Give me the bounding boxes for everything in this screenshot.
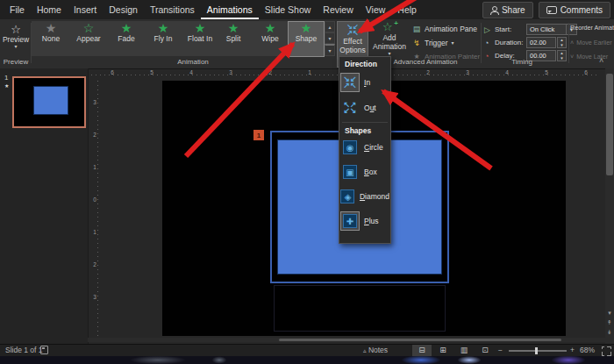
menu-item-box[interactable]: ▣ Box [340, 162, 389, 182]
fly-in-star-icon: ★ [158, 22, 169, 35]
chevron-up-icon: ˄ [570, 39, 574, 46]
slide-thumbnail-number: 1 [4, 74, 8, 82]
menu-tab-help[interactable]: Help [391, 1, 423, 19]
menu-tab-view[interactable]: View [360, 1, 392, 19]
zoom-slider-thumb[interactable] [535, 347, 538, 354]
animation-group-label: Animation [105, 58, 281, 66]
zoom-in-button[interactable]: + [570, 346, 575, 354]
start-setting: ▷ Start: On Click ▼ [484, 24, 577, 35]
effect-label: Split [226, 35, 241, 44]
outline-rectangle-shape[interactable] [274, 285, 446, 332]
direction-header: Direction [345, 60, 377, 68]
gallery-more-icon[interactable]: ▾ [325, 44, 335, 56]
shape-star-icon: ★ [301, 22, 312, 35]
ruler-number: 3 [464, 69, 471, 75]
menu-tab-design[interactable]: Design [103, 1, 144, 19]
slide-thumbnail[interactable] [12, 76, 86, 128]
menu-item-in[interactable]: ↘↙↗↖ In [340, 73, 389, 92]
appear-star-icon: ☆ [83, 22, 95, 35]
menu-item-plus[interactable]: ✚ Plus [340, 211, 389, 231]
menu-tab-insert[interactable]: Insert [68, 1, 103, 19]
menu-tab-home[interactable]: Home [31, 1, 68, 19]
normal-view-icon: ⊟ [418, 346, 425, 354]
gallery-scroll-down-icon[interactable]: ▾ [325, 32, 335, 44]
next-slide-button[interactable]: ↡ [605, 329, 614, 336]
split-star-icon: ★ [228, 22, 239, 35]
menu-item-out[interactable]: ↖↗↙↘ Out [340, 98, 389, 118]
ruler-number: 1 [306, 69, 313, 75]
trigger-button[interactable]: ↯ Trigger ▾ [412, 39, 454, 47]
fade-star-icon: ★ [121, 22, 132, 35]
zoom-out-button[interactable]: − [498, 346, 503, 354]
menu-tab-file[interactable]: File [4, 1, 31, 19]
ruler-number: 3 [227, 69, 234, 75]
animation-effect-float-in[interactable]: ★ Float In [182, 22, 218, 56]
zoom-slider[interactable] [509, 350, 567, 352]
zoom-level[interactable]: 68% [580, 346, 595, 354]
comments-button[interactable]: Comments [539, 2, 610, 18]
menu-item-label: Diamond [360, 192, 389, 201]
arrows-in-icon: ↘↙↗↖ [346, 25, 358, 36]
spin-down-icon[interactable]: ▼ [558, 43, 566, 48]
ruler-number: 5 [543, 69, 550, 75]
ruler-number: 6 [109, 69, 116, 75]
animation-effect-none[interactable]: ★ None [33, 22, 68, 56]
reading-view-button[interactable]: ▥ [454, 345, 474, 356]
add-animation-label: Add Animation [370, 34, 409, 52]
horizontal-scrollbar-thumb[interactable] [279, 339, 561, 341]
notes-button[interactable]: ▵ Notes [363, 346, 388, 354]
animation-effect-fly-in[interactable]: ★ Fly In [146, 22, 181, 56]
menu-tab-review[interactable]: Review [317, 1, 359, 19]
share-button[interactable]: Share [482, 2, 533, 18]
share-person-icon [490, 6, 498, 14]
slideshow-icon: ⊡ [482, 346, 489, 354]
preview-button[interactable]: ☆ Preview ▾ [1, 23, 31, 49]
animation-effect-fade[interactable]: ★ Fade [109, 22, 144, 56]
animation-pane-button[interactable]: ▤ Animation Pane [412, 25, 477, 33]
ruler-number: 2 [267, 69, 274, 75]
menu-tab-slideshow[interactable]: Slide Show [259, 1, 318, 19]
previous-slide-button[interactable]: ↟ [605, 319, 614, 326]
animation-indicator-star-icon[interactable]: ★ [4, 82, 9, 89]
notes-icon: ▵ [363, 347, 367, 353]
menu-bar: File Home Insert Design Transitions Anim… [4, 0, 423, 19]
gallery-scroll-up-icon[interactable]: ▴ [325, 21, 335, 32]
box-shape-icon: ▣ [340, 162, 360, 182]
menu-item-diamond[interactable]: ◈ Diamond [340, 187, 389, 206]
preview-star-icon: ☆ [11, 23, 21, 36]
collapse-ribbon-icon[interactable]: ˄ [599, 56, 603, 65]
menu-tab-transitions[interactable]: Transitions [144, 1, 201, 19]
menu-item-circle[interactable]: ◉ Circle [340, 138, 389, 157]
slide-sorter-button[interactable]: ⊞ [433, 345, 453, 356]
duration-stepper[interactable]: ▲▼ [557, 37, 567, 48]
menu-tab-animations[interactable]: Animations [201, 1, 259, 19]
duration-value: 02.00 [527, 39, 549, 46]
animation-pane-label: Animation Pane [425, 25, 477, 33]
animation-number-badge[interactable]: 1 [253, 130, 264, 140]
normal-view-button[interactable]: ⊟ [412, 345, 432, 356]
animation-effect-wipe[interactable]: ★ Wipe [253, 22, 288, 56]
menu-separator [342, 122, 388, 123]
windows-taskbar[interactable] [0, 356, 614, 364]
animation-effect-appear[interactable]: ☆ Appear [71, 22, 106, 56]
display-settings-icon[interactable] [40, 346, 48, 354]
ruler-number: 6 [582, 69, 589, 75]
effect-label: Float In [188, 35, 212, 44]
preview-group-label: Preview [1, 58, 31, 66]
trigger-lightning-icon: ↯ [412, 39, 421, 47]
vertical-scrollbar-thumb[interactable] [606, 74, 613, 175]
animation-effect-shape[interactable]: ★ Shape [289, 22, 324, 56]
chevron-down-icon: ▾ [14, 45, 17, 49]
animation-pane-icon: ▤ [412, 25, 421, 33]
slide-indicator: Slide 1 of 1 [5, 346, 43, 354]
animation-effect-split[interactable]: ★ Split [216, 22, 251, 56]
scroll-down-icon[interactable]: ▾ [605, 310, 614, 317]
move-earlier-button[interactable]: ˄ Move Earlier [570, 39, 612, 46]
add-animation-star-icon: ☆+ [382, 21, 396, 34]
fit-slide-icon[interactable] [602, 346, 611, 356]
effect-label: Fly In [154, 35, 173, 44]
ruler-number: 2 [425, 69, 432, 75]
duration-input[interactable]: 02.00 [526, 37, 556, 48]
slideshow-button[interactable]: ⊡ [475, 345, 495, 356]
move-earlier-label: Move Earlier [576, 39, 611, 46]
